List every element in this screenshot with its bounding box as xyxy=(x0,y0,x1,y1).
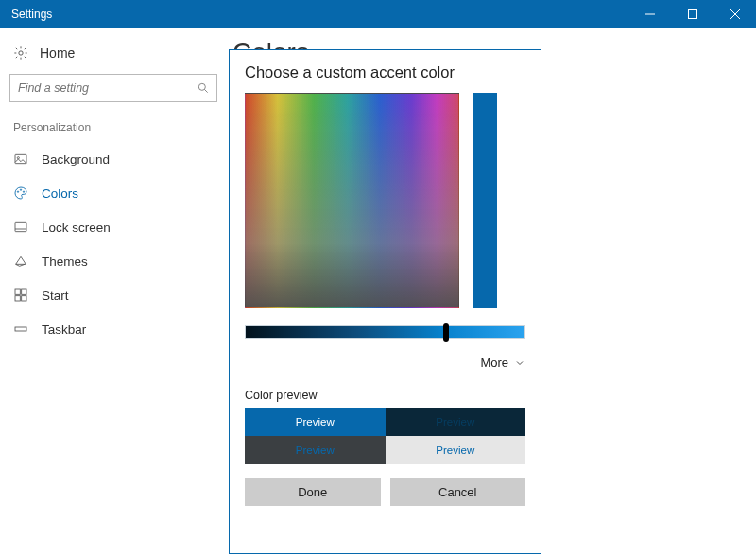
svg-point-5 xyxy=(198,83,205,90)
sidebar-item-background[interactable]: Background xyxy=(0,142,227,176)
svg-point-4 xyxy=(19,51,23,55)
gear-icon xyxy=(13,45,28,61)
themes-icon xyxy=(13,253,28,269)
taskbar-icon xyxy=(13,321,28,337)
search-input[interactable] xyxy=(9,74,217,102)
sidebar: Home Personalization Background Colors L… xyxy=(0,28,227,556)
svg-rect-12 xyxy=(15,222,26,231)
sidebar-item-label: Colors xyxy=(42,186,78,200)
sidebar-item-lockscreen[interactable]: Lock screen xyxy=(0,210,227,244)
svg-point-9 xyxy=(17,191,18,192)
sidebar-item-label: Taskbar xyxy=(42,322,86,337)
svg-rect-18 xyxy=(15,327,26,331)
image-icon xyxy=(13,151,28,166)
more-toggle[interactable]: More xyxy=(245,356,525,370)
preview-tile-light-accent: Preview xyxy=(245,408,386,436)
dialog-title: Choose a custom accent color xyxy=(245,63,525,81)
sidebar-item-label: Start xyxy=(42,288,69,303)
color-preview-grid: Preview Preview Preview Preview xyxy=(245,408,525,464)
color-spectrum[interactable] xyxy=(245,93,459,308)
home-link[interactable]: Home xyxy=(0,36,227,70)
sidebar-item-label: Background xyxy=(42,152,110,166)
start-icon xyxy=(13,287,28,303)
svg-rect-15 xyxy=(22,289,26,294)
svg-rect-14 xyxy=(15,289,20,294)
search-wrap xyxy=(0,70,227,113)
color-preview-heading: Color preview xyxy=(245,389,525,402)
slider-thumb[interactable] xyxy=(443,323,449,342)
svg-point-10 xyxy=(20,189,21,190)
home-label: Home xyxy=(40,45,75,61)
maximize-button[interactable] xyxy=(671,0,713,28)
cancel-button[interactable]: Cancel xyxy=(390,478,526,506)
minimize-button[interactable] xyxy=(628,0,671,28)
palette-icon xyxy=(13,185,28,200)
window-title: Settings xyxy=(0,8,628,21)
sidebar-item-start[interactable]: Start xyxy=(0,278,227,312)
preview-tile-dark-bg: Preview xyxy=(245,436,386,464)
close-button[interactable] xyxy=(713,0,756,28)
sidebar-item-colors[interactable]: Colors xyxy=(0,176,227,210)
sidebar-item-themes[interactable]: Themes xyxy=(0,244,227,278)
svg-line-6 xyxy=(204,89,207,92)
value-slider[interactable] xyxy=(245,325,525,339)
sidebar-item-label: Lock screen xyxy=(42,220,111,235)
svg-rect-1 xyxy=(688,10,696,19)
sidebar-item-label: Themes xyxy=(42,254,88,269)
svg-rect-17 xyxy=(22,296,26,301)
custom-color-dialog: Choose a custom accent color More Color … xyxy=(229,49,541,554)
titlebar: Settings xyxy=(0,0,756,28)
section-header: Personalization xyxy=(0,113,227,142)
sidebar-item-taskbar[interactable]: Taskbar xyxy=(0,312,227,346)
preview-tile-light-bg: Preview xyxy=(386,436,526,464)
svg-point-11 xyxy=(23,191,24,192)
chevron-down-icon xyxy=(514,357,525,369)
lockscreen-icon xyxy=(13,219,28,235)
svg-rect-16 xyxy=(15,296,20,301)
current-color-swatch xyxy=(472,93,497,308)
done-button[interactable]: Done xyxy=(245,478,381,506)
search-icon xyxy=(197,81,210,95)
more-label: More xyxy=(480,356,508,370)
preview-tile-dark-accent: Preview xyxy=(386,408,526,436)
